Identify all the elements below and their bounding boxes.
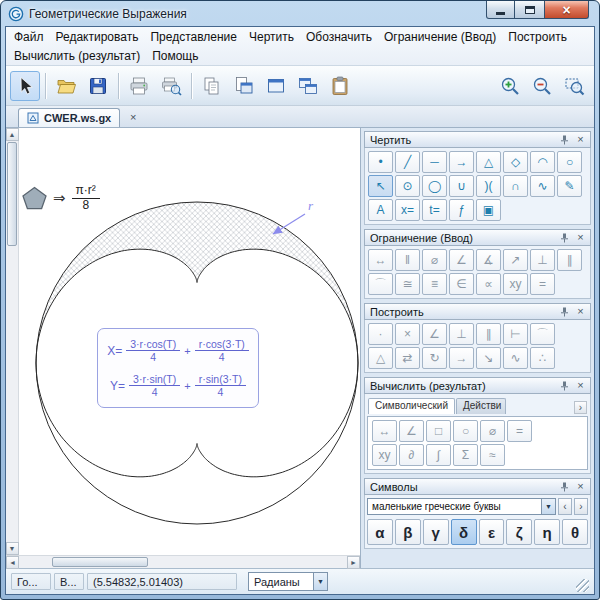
menu-help[interactable]: Помощь [146,47,204,65]
polygon-button[interactable]: △ [368,347,393,369]
picture-button[interactable]: ▣ [476,199,501,221]
vertical-scroll-thumb[interactable] [7,142,17,246]
tab-symbolic[interactable]: Символический [368,398,455,414]
line-segment-button[interactable]: ╱ [395,151,420,173]
rotation-button[interactable]: ↻ [422,347,447,369]
select-button[interactable]: ↖ [368,175,393,197]
parallel-line-button[interactable]: ∥ [476,323,501,345]
function-button[interactable]: ƒ [449,199,474,221]
symbol-button-6[interactable]: ζ [506,519,532,545]
horizontal-scrollbar[interactable]: ◄ ► [6,555,360,568]
close-panel-button[interactable]: × [574,231,587,244]
text-button[interactable]: A [368,199,393,221]
perimeter-button[interactable]: ○ [453,420,478,442]
horizontal-scroll-thumb[interactable] [52,557,148,567]
trace-button[interactable]: ∴ [530,347,555,369]
symbol-button-7[interactable]: η [534,519,560,545]
area-result-annotation[interactable]: ⇒ π·r²8 [22,184,100,213]
derivative-button[interactable]: ∂ [399,444,424,466]
next-category-button[interactable]: › [574,498,588,515]
vertical-scrollbar[interactable]: ▲ ▼ [6,128,19,555]
proportional-button[interactable]: ∝ [476,273,501,295]
vector-button[interactable]: → [449,151,474,173]
sum-button[interactable]: Σ [453,444,478,466]
point-button[interactable]: • [368,151,393,173]
open-button[interactable] [51,71,81,101]
drawing-canvas[interactable]: r ⇒ π·r²8 X= 3·r·cos(T)4 + [6,128,361,568]
tangent-line-button[interactable]: ⌒ [530,323,555,345]
copy-button[interactable] [197,71,227,101]
document-tab[interactable]: CWER.ws.gx [18,108,120,127]
circle-button[interactable]: ○ [557,151,582,173]
length-button[interactable]: ‖ [395,249,420,271]
pen-button[interactable]: ✎ [557,175,582,197]
perpendicular-line-button[interactable]: ⊢ [503,323,528,345]
resize-grip[interactable] [576,579,589,592]
scroll-right-button[interactable]: ► [347,556,360,569]
scroll-down-button[interactable]: ▼ [6,542,19,555]
distance-button[interactable]: ↔ [372,420,397,442]
close-panel-button[interactable]: × [574,379,587,392]
symbol-category-dropdown[interactable]: маленькие греческие буквы▼ [367,498,556,515]
angle-button[interactable]: ∠ [399,420,424,442]
pin-button[interactable] [558,305,571,318]
area-button[interactable]: □ [426,420,451,442]
close-panel-button[interactable]: × [574,133,587,146]
locus-button[interactable]: ∿ [503,347,528,369]
integral-button[interactable]: ∫ [426,444,451,466]
zoom-in-button[interactable] [495,71,525,101]
maximize-button[interactable] [515,1,544,19]
menu-constrain[interactable]: Ограничение (Ввод) [378,28,502,46]
symbol-button-2[interactable]: β [395,519,421,545]
select-button[interactable] [10,71,40,101]
symbol-button-5[interactable]: ε [479,519,505,545]
parallel-button[interactable]: ∥ [557,249,582,271]
circle-3pt-button[interactable]: ◯ [422,175,447,197]
prev-category-button[interactable]: ‹ [558,498,572,515]
coordinates-button[interactable]: xy [503,273,528,295]
curve-button[interactable]: ∿ [530,175,555,197]
close-panel-button[interactable]: × [574,480,587,493]
parametric-button[interactable]: t= [422,199,447,221]
zoom-window-button[interactable] [559,71,589,101]
tab-real[interactable]: Действи [456,398,506,414]
close-panel-button[interactable]: × [574,305,587,318]
coordinates-button[interactable]: xy [372,444,397,466]
symbol-button-1[interactable]: α [367,519,393,545]
save-button[interactable] [83,71,113,101]
coincident-button[interactable]: ≡ [422,273,447,295]
minimize-button[interactable] [486,1,515,19]
intersection-button[interactable]: × [395,323,420,345]
menu-annotate[interactable]: Обозначить [300,28,378,46]
menu-file[interactable]: Файл [8,28,50,46]
symbol-button-3[interactable]: γ [423,519,449,545]
symbol-button-4[interactable]: δ [451,519,477,545]
menu-edit[interactable]: Редактировать [50,28,145,46]
polygon-button[interactable]: △ [476,151,501,173]
menu-calculate[interactable]: Вычислить (результат) [8,47,146,65]
windows-button[interactable] [293,71,323,101]
constraint-expression-button[interactable]: = [530,273,555,295]
new-window-button[interactable] [261,71,291,101]
menu-view[interactable]: Представление [144,28,243,46]
congruent-button[interactable]: ≅ [395,273,420,295]
perpendicular-button[interactable]: ⊥ [530,249,555,271]
point-on-curve-button[interactable]: ∈ [449,273,474,295]
infinite-line-button[interactable]: ─ [422,151,447,173]
equation-button[interactable]: = [507,420,532,442]
menu-construct[interactable]: Построить [502,28,573,46]
scroll-up-button[interactable]: ▲ [6,128,19,141]
regular-polygon-button[interactable]: ◇ [503,151,528,173]
distance-button[interactable]: ↔ [368,249,393,271]
midpoint-button[interactable]: · [368,323,393,345]
conic-button[interactable]: ∩ [503,175,528,197]
slope-button[interactable]: ∡ [476,249,501,271]
expression-button[interactable]: x= [395,199,420,221]
tab-close-button[interactable]: × [125,109,141,125]
tab-scroll-button[interactable]: › [574,401,587,414]
pin-button[interactable] [558,379,571,392]
close-button[interactable]: × [544,1,589,19]
tangent-button[interactable]: ⌒ [368,273,393,295]
r-label[interactable]: r [308,198,314,213]
zoom-out-button[interactable] [527,71,557,101]
